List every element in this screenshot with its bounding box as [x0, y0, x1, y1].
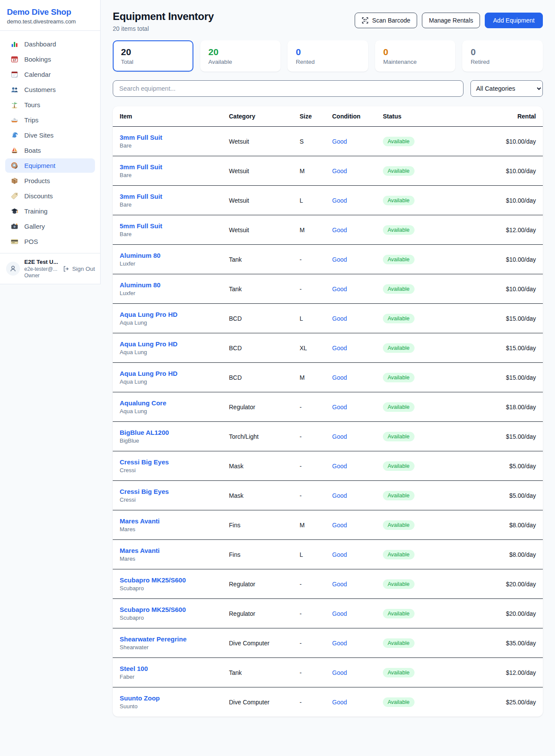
sidebar-item-bookings[interactable]: 17Bookings	[5, 52, 95, 66]
condition-link[interactable]: Good	[332, 522, 347, 529]
item-category: Mask	[222, 451, 293, 481]
condition-link[interactable]: Good	[332, 374, 347, 381]
item-name-link[interactable]: Aluminum 80	[120, 252, 215, 259]
condition-link[interactable]: Good	[332, 138, 347, 145]
bar-chart-icon	[10, 40, 19, 48]
item-name-link[interactable]: 5mm Full Suit	[120, 222, 215, 230]
rental-rate: $10.00/day	[453, 245, 543, 274]
item-name-link[interactable]: Cressi Big Eyes	[120, 458, 215, 466]
item-name-link[interactable]: Aqua Lung Pro HD	[120, 370, 215, 377]
condition-link[interactable]: Good	[332, 551, 347, 558]
manage-rentals-button[interactable]: Manage Rentals	[422, 13, 480, 28]
status-badge: Available	[383, 697, 415, 707]
sidebar-item-tours[interactable]: Tours	[5, 98, 95, 112]
condition-link[interactable]: Good	[332, 286, 347, 293]
condition-link[interactable]: Good	[332, 345, 347, 352]
table-row: BigBlue AL1200BigBlueTorch/Light-GoodAva…	[113, 422, 543, 451]
calendar-icon	[10, 70, 19, 79]
graduation-cap-icon	[10, 207, 19, 215]
status-badge: Available	[383, 432, 415, 441]
condition-link[interactable]: Good	[332, 404, 347, 411]
stat-card-retired[interactable]: 0Retired	[462, 40, 543, 72]
stat-card-available[interactable]: 20Available	[200, 40, 281, 72]
item-name-link[interactable]: Aqua Lung Pro HD	[120, 340, 215, 348]
condition-link[interactable]: Good	[332, 227, 347, 233]
stat-card-rented[interactable]: 0Rented	[287, 40, 368, 72]
sidebar-item-gallery[interactable]: Gallery	[5, 219, 95, 233]
sidebar-item-equipment[interactable]: Equipment	[5, 158, 95, 173]
item-brand: Aqua Lung	[120, 319, 215, 326]
sign-out-button[interactable]: Sign Out	[62, 265, 95, 273]
sidebar-item-pos[interactable]: POS	[5, 234, 95, 249]
item-brand: Cressi	[120, 467, 215, 473]
item-brand: Aqua Lung	[120, 378, 215, 385]
item-name-link[interactable]: 3mm Full Suit	[120, 193, 215, 200]
condition-link[interactable]: Good	[332, 669, 347, 676]
brand-name[interactable]: Demo Dive Shop	[7, 7, 93, 17]
users-icon	[10, 85, 19, 94]
price-tag-icon	[10, 192, 19, 200]
search-input[interactable]	[113, 80, 464, 97]
item-name-link[interactable]: Cressi Big Eyes	[120, 488, 215, 495]
sidebar-item-training[interactable]: Training	[5, 204, 95, 218]
condition-link[interactable]: Good	[332, 699, 347, 706]
scan-barcode-button[interactable]: Scan Barcode	[355, 13, 417, 28]
sidebar-item-label: POS	[24, 238, 38, 245]
status-badge: Available	[383, 491, 415, 500]
rental-rate: $25.00/day	[453, 687, 543, 717]
sidebar-item-dive-sites[interactable]: Dive Sites	[5, 128, 95, 142]
table-row: Mares AvantiMaresFinsMGoodAvailable$8.00…	[113, 510, 543, 540]
item-name-link[interactable]: Scubapro MK25/S600	[120, 576, 215, 584]
item-name-link[interactable]: Aluminum 80	[120, 281, 215, 289]
item-name-link[interactable]: 3mm Full Suit	[120, 163, 215, 171]
item-name-link[interactable]: Shearwater Peregrine	[120, 635, 215, 643]
status-badge: Available	[383, 343, 415, 353]
svg-text:17: 17	[13, 59, 16, 62]
sidebar-item-trips[interactable]: Trips	[5, 113, 95, 127]
table-row: Scubapro MK25/S600ScubaproRegulator-Good…	[113, 569, 543, 599]
item-name-link[interactable]: Steel 100	[120, 665, 215, 672]
item-brand: Shearwater	[120, 644, 215, 651]
item-name-link[interactable]: Suunto Zoop	[120, 694, 215, 702]
item-size: XL	[293, 333, 325, 363]
item-name-link[interactable]: Aqualung Core	[120, 399, 215, 407]
item-size: -	[293, 569, 325, 599]
item-name-link[interactable]: Mares Avanti	[120, 517, 215, 525]
stat-card-total[interactable]: 20Total	[113, 40, 193, 72]
rental-rate: $12.00/day	[453, 215, 543, 245]
stat-card-maintenance[interactable]: 0Maintenance	[375, 40, 456, 72]
condition-link[interactable]: Good	[332, 463, 347, 470]
condition-link[interactable]: Good	[332, 640, 347, 647]
brand-domain: demo.test.divestreams.com	[7, 18, 93, 25]
add-equipment-button[interactable]: Add Equipment	[485, 13, 543, 28]
condition-link[interactable]: Good	[332, 492, 347, 499]
condition-link[interactable]: Good	[332, 197, 347, 204]
item-category: Tank	[222, 245, 293, 274]
sign-out-label: Sign Out	[72, 266, 95, 272]
sidebar-item-calendar[interactable]: Calendar	[5, 67, 95, 82]
rental-rate: $12.00/day	[453, 658, 543, 687]
condition-link[interactable]: Good	[332, 315, 347, 322]
sidebar-item-discounts[interactable]: Discounts	[5, 189, 95, 203]
status-badge: Available	[383, 137, 415, 146]
condition-link[interactable]: Good	[332, 581, 347, 588]
item-name-link[interactable]: 3mm Full Suit	[120, 134, 215, 141]
item-name-link[interactable]: Mares Avanti	[120, 547, 215, 554]
condition-link[interactable]: Good	[332, 168, 347, 174]
sailboat-icon	[10, 146, 19, 154]
sidebar-item-dashboard[interactable]: Dashboard	[5, 37, 95, 51]
condition-link[interactable]: Good	[332, 610, 347, 617]
sidebar-item-customers[interactable]: Customers	[5, 82, 95, 97]
item-name-link[interactable]: Aqua Lung Pro HD	[120, 311, 215, 318]
sidebar-item-boats[interactable]: Boats	[5, 143, 95, 158]
sidebar-item-products[interactable]: Products	[5, 174, 95, 188]
item-category: Regulator	[222, 569, 293, 599]
filter-row: All Categories	[113, 80, 543, 97]
condition-link[interactable]: Good	[332, 433, 347, 440]
item-name-link[interactable]: Scubapro MK25/S600	[120, 606, 215, 613]
item-name-link[interactable]: BigBlue AL1200	[120, 429, 215, 436]
category-select[interactable]: All Categories	[470, 80, 543, 97]
item-size: -	[293, 274, 325, 304]
condition-link[interactable]: Good	[332, 256, 347, 263]
status-badge: Available	[383, 638, 415, 648]
